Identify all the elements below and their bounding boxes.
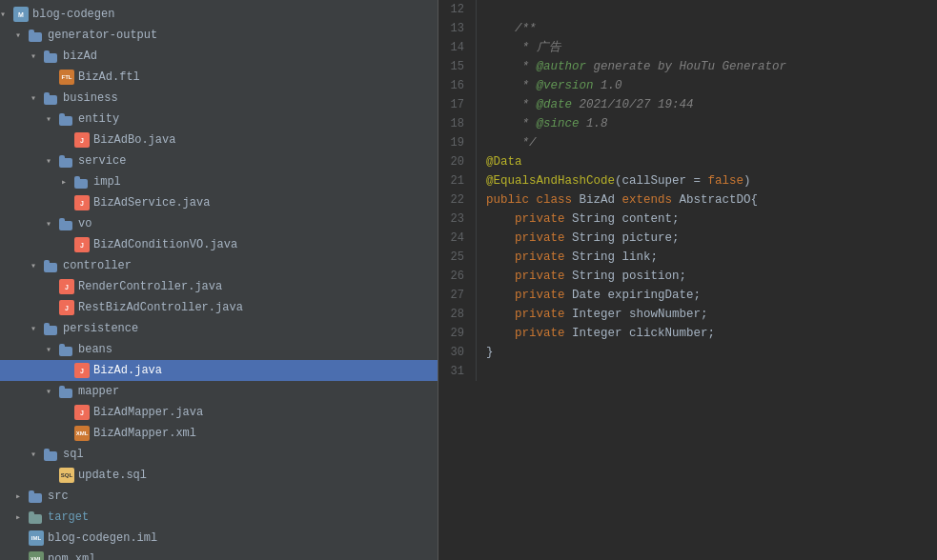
- code-token: String link;: [565, 250, 659, 264]
- tree-item-sql[interactable]: sql: [0, 444, 438, 465]
- tree-item-RestBizAdController.java[interactable]: JRestBizAdController.java: [0, 297, 438, 318]
- code-token: Integer showNumber;: [565, 308, 708, 321]
- code-token: *: [486, 98, 537, 111]
- file-tree[interactable]: Mblog-codegengenerator-outputbizAdFTLBiz…: [0, 0, 438, 560]
- tree-item-label: generator-output: [48, 29, 157, 42]
- tree-arrow[interactable]: [61, 176, 74, 188]
- tree-item-vo[interactable]: vo: [0, 213, 438, 234]
- code-token: [486, 289, 515, 302]
- code-token: private: [515, 231, 565, 245]
- tree-item-update.sql[interactable]: SQLupdate.sql: [0, 465, 438, 486]
- folder-src-icon: [29, 490, 44, 503]
- tree-item-mapper[interactable]: mapper: [0, 381, 438, 402]
- code-line: 18 * @since 1.8: [438, 114, 937, 133]
- tree-arrow[interactable]: [31, 323, 44, 334]
- line-content: [477, 0, 937, 19]
- tree-arrow[interactable]: [15, 490, 29, 502]
- code-line: 22public class BizAd extends AbstractDO{: [438, 190, 937, 210]
- tree-item-blog-codegen[interactable]: Mblog-codegen: [0, 4, 438, 25]
- code-token: private: [515, 212, 565, 226]
- folder-icon: [44, 92, 59, 105]
- folder-icon: [29, 30, 44, 42]
- tree-item-service[interactable]: service: [0, 150, 438, 171]
- java-icon: J: [74, 363, 90, 378]
- tree-arrow[interactable]: [31, 449, 44, 460]
- line-content: @EqualsAndHashCode(callSuper = false): [477, 171, 937, 190]
- tree-item-BizAdBo.java[interactable]: JBizAdBo.java: [0, 130, 438, 150]
- code-token: private: [515, 327, 565, 340]
- code-token: * 广告: [486, 41, 561, 54]
- code-line: 25 private String link;: [438, 248, 937, 267]
- code-token: @Data: [486, 155, 522, 169]
- line-number: 25: [438, 248, 477, 267]
- line-content: * @version 1.0: [477, 76, 937, 95]
- tree-item-beans[interactable]: beans: [0, 339, 438, 360]
- tree-item-pom.xml[interactable]: XMLpom.xml: [0, 549, 438, 560]
- tree-arrow[interactable]: [46, 386, 59, 397]
- code-line: 24 private String picture;: [438, 229, 937, 248]
- tree-item-impl[interactable]: impl: [0, 171, 438, 192]
- tree-arrow[interactable]: [31, 50, 44, 62]
- code-token: @date: [537, 98, 573, 111]
- tree-item-bizAd[interactable]: bizAd: [0, 46, 438, 67]
- code-token: [486, 270, 515, 283]
- code-token: *: [486, 117, 537, 130]
- tree-item-business[interactable]: business: [0, 88, 438, 109]
- tree-item-src[interactable]: src: [0, 486, 438, 507]
- code-line: 17 * @date 2021/10/27 19:44: [438, 95, 937, 114]
- tree-item-label: BizAdService.java: [93, 196, 210, 210]
- tree-item-BizAd.ftl[interactable]: FTLBizAd.ftl: [0, 67, 438, 88]
- tree-item-BizAdMapper.xml[interactable]: XMLBizAdMapper.xml: [0, 423, 438, 444]
- tree-arrow[interactable]: [46, 113, 59, 125]
- code-line: 16 * @version 1.0: [438, 76, 937, 95]
- folder-target-icon: [29, 511, 44, 524]
- tree-item-BizAdConditionVO.java[interactable]: JBizAdConditionVO.java: [0, 234, 438, 255]
- tree-item-controller[interactable]: controller: [0, 255, 438, 276]
- tree-item-RenderController.java[interactable]: JRenderController.java: [0, 276, 438, 297]
- code-token: private: [515, 270, 565, 283]
- tree-item-label: BizAd.ftl: [78, 70, 140, 84]
- line-number: 13: [438, 19, 477, 38]
- line-number: 16: [438, 76, 477, 95]
- tree-item-generator-output[interactable]: generator-output: [0, 25, 438, 46]
- tree-arrow[interactable]: [46, 344, 59, 355]
- line-content: public class BizAd extends AbstractDO{: [477, 190, 937, 210]
- tree-arrow[interactable]: [46, 155, 59, 167]
- tree-item-BizAd.java[interactable]: JBizAd.java: [0, 360, 438, 381]
- line-number: 31: [438, 362, 477, 381]
- line-number: 28: [438, 305, 477, 324]
- tree-item-BizAdService.java[interactable]: JBizAdService.java: [0, 192, 438, 213]
- tree-item-label: controller: [63, 259, 132, 272]
- tree-arrow[interactable]: [15, 511, 29, 523]
- tree-arrow[interactable]: [0, 9, 13, 20]
- line-content: * @since 1.8: [477, 114, 937, 133]
- tree-item-BizAdMapper.java[interactable]: JBizAdMapper.java: [0, 402, 438, 423]
- line-content: private String picture;: [477, 229, 937, 248]
- line-content: private Date expiringDate;: [477, 286, 937, 305]
- tree-arrow[interactable]: [31, 92, 44, 104]
- folder-icon: [59, 155, 74, 168]
- tree-item-target[interactable]: target: [0, 507, 438, 528]
- tree-item-persistence[interactable]: persistence: [0, 318, 438, 339]
- line-content: }: [477, 343, 937, 362]
- tree-item-label: impl: [93, 175, 121, 189]
- line-content: private String content;: [477, 210, 937, 229]
- code-line: 15 * @author generate by HouTu Generator: [438, 57, 937, 76]
- line-number: 14: [438, 38, 477, 57]
- line-number: 21: [438, 171, 477, 190]
- code-token: Integer clickNumber;: [565, 327, 716, 340]
- code-token: extends: [622, 193, 673, 207]
- code-editor: 1213 /**14 * 广告15 * @author generate by …: [438, 0, 937, 560]
- tree-arrow[interactable]: [15, 30, 29, 41]
- tree-item-blog-codegen.iml[interactable]: IMLblog-codegen.iml: [0, 528, 438, 549]
- code-line: 30}: [438, 343, 937, 362]
- tree-item-label: sql: [63, 448, 84, 461]
- folder-icon: [59, 386, 74, 398]
- line-content: @Data: [477, 152, 937, 171]
- tree-item-entity[interactable]: entity: [0, 109, 438, 130]
- tree-arrow[interactable]: [31, 260, 44, 271]
- code-token: private: [515, 250, 565, 264]
- line-number: 22: [438, 190, 477, 210]
- tree-item-label: RestBizAdController.java: [78, 301, 243, 314]
- tree-arrow[interactable]: [46, 218, 59, 230]
